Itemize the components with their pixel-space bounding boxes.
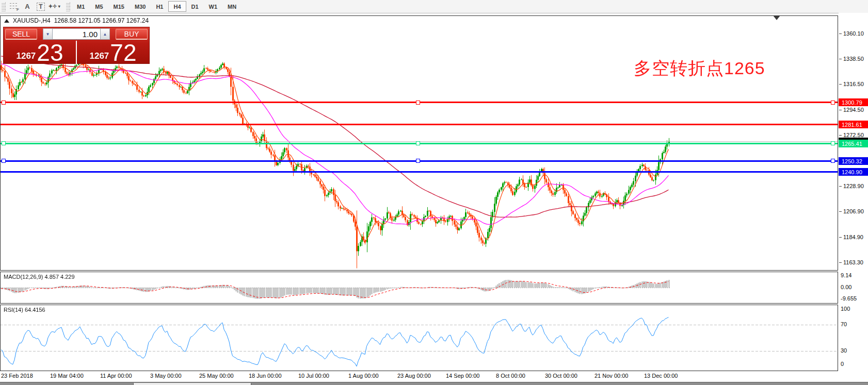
rsi-tick-0: 0: [841, 361, 844, 367]
time-label: 1 Aug 00:00: [348, 373, 379, 379]
fibonacci-tool-button[interactable]: F: [7, 1, 21, 12]
price-tick-1184.90: 1184.90: [839, 233, 863, 241]
price-tick-1206.90: 1206.90: [839, 208, 864, 215]
timeframe-w1-button[interactable]: W1: [204, 1, 223, 12]
time-label: 13 Dec 00:00: [644, 373, 678, 379]
text-tool-button[interactable]: A: [21, 1, 34, 12]
line-handle[interactable]: [416, 159, 420, 163]
label-tool-button[interactable]: T: [34, 1, 47, 12]
timeframe-d1-button[interactable]: D1: [186, 1, 204, 12]
line-handle[interactable]: [416, 141, 420, 145]
mt4-window: FAT✦✧▾ M1M5M15M30H1H4D1W1MN XAUUSD-,H4 1…: [0, 0, 868, 385]
line-handle[interactable]: [2, 141, 6, 145]
buy-price-big: 72: [110, 41, 136, 64]
sell-button[interactable]: SELL: [5, 29, 37, 40]
rsi-tick-100: 100: [841, 306, 850, 312]
time-label: 10 Jul 00:00: [298, 373, 329, 379]
chevron-down-icon: ▾: [58, 4, 60, 9]
timeframe-h4-button[interactable]: H4: [168, 1, 186, 12]
time-label: 30 Oct 00:00: [545, 373, 577, 379]
time-label: 23 Aug 00:00: [397, 373, 431, 379]
price-tick-1338.50: 1338.50: [839, 55, 864, 62]
active-chart-tab[interactable]: [133, 383, 251, 385]
price-tick-1360.10: 1360.10: [839, 30, 864, 37]
timeframe-m5-button[interactable]: M5: [90, 1, 108, 12]
time-label: 8 Oct 00:00: [496, 373, 525, 379]
line-handle[interactable]: [2, 101, 6, 105]
line-handle[interactable]: [416, 101, 420, 105]
fibonacci-icon: F: [10, 3, 18, 10]
arrows-icon: ✦✧: [48, 3, 56, 10]
time-label: 21 Nov 00:00: [594, 373, 628, 379]
macd-header: MACD(12,26,9) 4.857 4.229: [4, 274, 75, 280]
line-handle[interactable]: [2, 159, 6, 163]
line-handle[interactable]: [831, 159, 835, 163]
trade-panel-prices: 1267 23 1267 72: [4, 41, 149, 64]
volume-decrease-button[interactable]: ▼: [43, 28, 53, 40]
chart-tabs-bar: [0, 382, 868, 385]
sell-price-big: 23: [37, 41, 63, 64]
ohlc-values: 1268.58 1271.05 1266.97 1267.24: [54, 17, 149, 24]
price-tag-1265.41: 1265.41: [839, 140, 868, 147]
volume-input[interactable]: [53, 28, 100, 40]
rsi-panel-canvas[interactable]: [0, 305, 838, 371]
time-label: 3 May 00:00: [150, 373, 182, 379]
one-click-trading-panel: SELL ▼ ▲ BUY 1267 23 1267 72: [3, 27, 150, 64]
timeframe-h1-button[interactable]: H1: [151, 1, 168, 12]
time-label: 11 Apr 00:00: [100, 373, 132, 379]
price-tick-1163.30: 1163.30: [839, 259, 863, 266]
rsi-header: RSI(14) 64.4156: [4, 307, 45, 313]
toolbar-grip-2[interactable]: [66, 2, 70, 11]
price-axis-column: [839, 13, 868, 371]
time-label: 18 Jun 00:00: [249, 373, 282, 379]
chart-annotation-text: 多空转折点1265: [634, 57, 765, 80]
buy-button[interactable]: BUY: [116, 29, 148, 40]
time-label: 19 Mar 04:00: [50, 373, 84, 379]
timeframe-m1-button[interactable]: M1: [72, 1, 90, 12]
macd-panel-canvas[interactable]: [0, 272, 838, 304]
text-tool-icon: A: [25, 3, 29, 10]
horizontal-level-line-1281.61[interactable]: [0, 124, 838, 125]
timeframe-mn-button[interactable]: MN: [222, 1, 242, 12]
toolbar: FAT✦✧▾ M1M5M15M30H1H4D1W1MN: [0, 0, 868, 13]
chart-shift-marker-icon[interactable]: [773, 15, 780, 20]
horizontal-level-line-1240.90[interactable]: [0, 171, 838, 173]
timeframe-group: M1M5M15M30H1H4D1W1MN: [72, 0, 242, 13]
toolbar-grip[interactable]: [2, 2, 6, 11]
price-tag-1281.61: 1281.61: [839, 121, 868, 128]
time-label: 25 May 00:00: [199, 373, 234, 379]
buy-price-small: 1267: [90, 51, 109, 61]
price-tag-1300.79: 1300.79: [839, 98, 868, 106]
line-handle[interactable]: [831, 141, 835, 145]
time-axis: 23 Feb 201819 Mar 04:0011 Apr 00:003 May…: [0, 371, 868, 382]
symbol-title: XAUUSD-,H4: [13, 17, 51, 24]
volume-stepper: ▼ ▲: [43, 28, 110, 40]
rsi-tick-30: 30: [841, 347, 847, 354]
chart-header: XAUUSD-,H4 1268.58 1271.05 1266.97 1267.…: [4, 17, 149, 24]
arrows-tool-button[interactable]: ✦✧▾: [47, 1, 61, 12]
price-tick-1316.50: 1316.50: [839, 80, 864, 88]
timeframe-m30-button[interactable]: M30: [130, 1, 151, 12]
time-label: 14 Sep 00:00: [446, 373, 479, 379]
time-label: 23 Feb 2018: [1, 373, 33, 379]
sell-price[interactable]: 1267 23: [4, 41, 76, 64]
collapse-triangle-icon[interactable]: [4, 19, 9, 23]
macd-tick--9.655: -9.655: [841, 295, 857, 302]
macd-tick-0.00: 0.00: [841, 284, 851, 290]
drawing-tools-group: FAT✦✧▾: [7, 1, 61, 12]
sell-price-small: 1267: [17, 51, 36, 61]
buy-price[interactable]: 1267 72: [77, 41, 149, 64]
timeframe-m15-button[interactable]: M15: [108, 1, 130, 12]
volume-increase-button[interactable]: ▲: [100, 28, 110, 40]
rsi-tick-70: 70: [841, 321, 847, 327]
text-label-icon: T: [37, 3, 44, 11]
macd-tick-9.14: 9.14: [841, 272, 851, 278]
price-tick-1228.90: 1228.90: [839, 182, 864, 190]
price-tick-1294.50: 1294.50: [839, 106, 864, 113]
price-tag-1250.32: 1250.32: [839, 157, 868, 165]
line-handle[interactable]: [831, 101, 835, 105]
price-tag-1240.90: 1240.90: [839, 168, 868, 176]
